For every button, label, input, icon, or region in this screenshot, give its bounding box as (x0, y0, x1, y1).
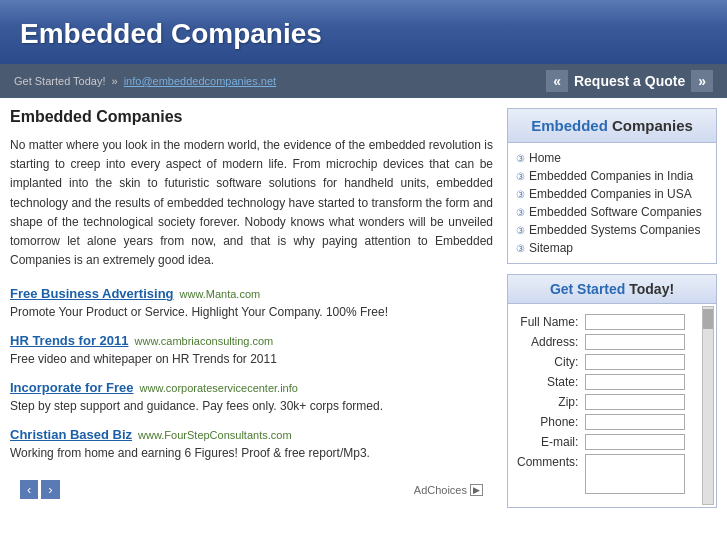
state-input[interactable] (585, 374, 685, 390)
sidebar-nav-item: ③Embedded Systems Companies (516, 221, 708, 239)
contact-form: Full Name: Address: City: State: Zip: (514, 312, 710, 499)
sidebar-nav-item: ③Sitemap (516, 239, 708, 257)
full-name-input[interactable] (585, 314, 685, 330)
form-label: City: (514, 352, 583, 372)
form-row: Comments: (514, 452, 710, 499)
form-label: State: (514, 372, 583, 392)
ad-item: Free Business Advertisingwww.Manta.com P… (10, 286, 493, 321)
form-area: Full Name: Address: City: State: Zip: (507, 304, 717, 508)
sidebar-nav-list: ③Home ③Embedded Companies in India ③Embe… (516, 149, 708, 257)
city-input[interactable] (585, 354, 685, 370)
get-started-label: Get Started Today! (14, 75, 106, 87)
ad-title-link[interactable]: HR Trends for 2011 (10, 333, 129, 348)
comments-textarea[interactable] (585, 454, 685, 494)
sidebar-nav-link[interactable]: Sitemap (529, 241, 573, 255)
chevron-right-button[interactable]: » (691, 70, 713, 92)
ad-description: Free video and whitepaper on HR Trends f… (10, 350, 493, 368)
ad-item: Incorporate for Freewww.corporateservice… (10, 380, 493, 415)
ad-source: www.corporateservicecenter.info (140, 382, 298, 394)
toolbar-left: Get Started Today! » info@embeddedcompan… (14, 75, 276, 87)
form-row: E-mail: (514, 432, 710, 452)
bottom-nav-arrows: ‹ › (20, 480, 60, 499)
phone-input[interactable] (585, 414, 685, 430)
form-label: Comments: (514, 452, 583, 499)
ad-title-link[interactable]: Free Business Advertising (10, 286, 174, 301)
sidebar-nav-item: ③Embedded Companies in USA (516, 185, 708, 203)
sidebar-nav: ③Home ③Embedded Companies in India ③Embe… (507, 143, 717, 264)
sidebar-nav-link[interactable]: Embedded Companies in USA (529, 187, 692, 201)
form-row: Full Name: (514, 312, 710, 332)
scrollbar-track[interactable] (702, 306, 714, 505)
ad-item: Christian Based Bizwww.FourStepConsultan… (10, 427, 493, 462)
sidebar-nav-item: ③Embedded Companies in India (516, 167, 708, 185)
bullet-icon: ③ (516, 153, 525, 164)
ad-item: HR Trends for 2011www.cambriaconsulting.… (10, 333, 493, 368)
sidebar-nav-item: ③Home (516, 149, 708, 167)
page-title: Embedded Companies (10, 108, 493, 126)
ad-source: www.FourStepConsultants.com (138, 429, 291, 441)
header: Embedded Companies (0, 0, 727, 64)
email-input[interactable] (585, 434, 685, 450)
bullet-icon: ③ (516, 225, 525, 236)
sidebar-nav-item: ③Embedded Software Companies (516, 203, 708, 221)
get-started-em: Get Started (550, 281, 625, 297)
intro-paragraph: No matter where you look in the modern w… (10, 136, 493, 270)
form-label: Zip: (514, 392, 583, 412)
ad-title-link[interactable]: Incorporate for Free (10, 380, 134, 395)
sidebar-brand-header: Embedded Companies (507, 108, 717, 143)
bottom-bar: ‹ › AdChoices ▶ (10, 474, 493, 505)
get-started-rest: Today! (625, 281, 674, 297)
sidebar-nav-link[interactable]: Embedded Systems Companies (529, 223, 700, 237)
adchoices-label: AdChoices ▶ (414, 484, 483, 496)
ad-description: Working from home and earning 6 Figures!… (10, 444, 493, 462)
ad-title-link[interactable]: Christian Based Biz (10, 427, 132, 442)
main-container: Embedded Companies No matter where you l… (0, 98, 727, 508)
sidebar-brand-rest: Companies (608, 117, 693, 134)
get-started-header: Get Started Today! (507, 274, 717, 304)
adchoices-icon: ▶ (470, 484, 483, 496)
right-sidebar: Embedded Companies ③Home ③Embedded Compa… (507, 108, 717, 508)
form-row: Phone: (514, 412, 710, 432)
address-input[interactable] (585, 334, 685, 350)
bullet-icon: ③ (516, 243, 525, 254)
scrollbar-thumb (703, 309, 713, 329)
sidebar-nav-link[interactable]: Home (529, 151, 561, 165)
form-row: Zip: (514, 392, 710, 412)
form-row: State: (514, 372, 710, 392)
chevron-left-button[interactable]: « (546, 70, 568, 92)
zip-input[interactable] (585, 394, 685, 410)
form-label: Address: (514, 332, 583, 352)
sidebar-brand-em: Embedded (531, 117, 608, 134)
prev-arrow-button[interactable]: ‹ (20, 480, 38, 499)
form-label: Phone: (514, 412, 583, 432)
form-row: Address: (514, 332, 710, 352)
next-arrow-button[interactable]: › (41, 480, 59, 499)
site-title: Embedded Companies (20, 18, 707, 50)
ad-description: Step by step support and guidance. Pay f… (10, 397, 493, 415)
toolbar: Get Started Today! » info@embeddedcompan… (0, 64, 727, 98)
request-quote-label: Request a Quote (574, 73, 685, 89)
form-label: E-mail: (514, 432, 583, 452)
ad-source: www.Manta.com (180, 288, 261, 300)
bullet-icon: ③ (516, 171, 525, 182)
ad-list: Free Business Advertisingwww.Manta.com P… (10, 286, 493, 462)
form-row: City: (514, 352, 710, 372)
ad-source: www.cambriaconsulting.com (135, 335, 274, 347)
email-link[interactable]: info@embeddedcompanies.net (124, 75, 276, 87)
left-content: Embedded Companies No matter where you l… (10, 108, 493, 508)
ad-description: Promote Your Product or Service. Highlig… (10, 303, 493, 321)
sidebar-nav-link[interactable]: Embedded Companies in India (529, 169, 693, 183)
form-label: Full Name: (514, 312, 583, 332)
bullet-icon: ③ (516, 207, 525, 218)
bullet-icon: ③ (516, 189, 525, 200)
sidebar-nav-link[interactable]: Embedded Software Companies (529, 205, 702, 219)
toolbar-separator: » (112, 75, 118, 87)
toolbar-right: « Request a Quote » (546, 70, 713, 92)
